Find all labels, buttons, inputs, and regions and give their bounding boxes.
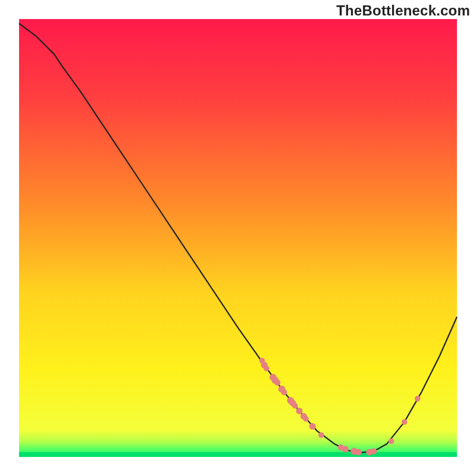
data-dot — [309, 423, 316, 430]
data-dot — [281, 389, 287, 395]
data-dot — [389, 439, 394, 444]
plot-background — [19, 19, 457, 457]
data-dot — [292, 403, 298, 409]
data-dot — [318, 432, 324, 438]
chart-container: TheBottleneck.com — [0, 0, 476, 476]
plot-baseline-band — [19, 452, 457, 457]
data-dot — [303, 416, 309, 422]
data-dot — [342, 446, 349, 452]
data-dot — [402, 419, 408, 425]
watermark-text: TheBottleneck.com — [336, 2, 470, 19]
data-dot — [296, 408, 303, 414]
data-dot — [264, 366, 270, 372]
data-dot — [415, 396, 421, 402]
data-dot — [355, 449, 362, 455]
chart-svg — [0, 0, 476, 476]
data-dot — [274, 380, 280, 386]
data-dot — [371, 448, 377, 454]
